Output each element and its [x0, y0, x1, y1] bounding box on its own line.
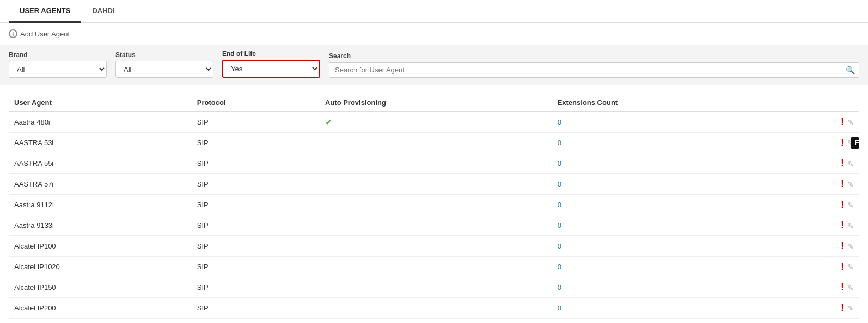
- cell-user-agent: Aastra 9133i: [9, 215, 192, 236]
- table-row: AASTRA 53iSIP0!End of life✎: [9, 133, 859, 153]
- eol-icon-wrap: !: [841, 261, 844, 272]
- plus-icon: +: [9, 29, 17, 38]
- cell-actions: !✎: [782, 153, 859, 174]
- cell-actions: !✎: [782, 195, 859, 215]
- status-filter-label: Status: [115, 51, 213, 59]
- cell-user-agent: Alcatel IP100: [9, 236, 192, 257]
- cell-auto-provisioning: ✔: [320, 111, 552, 133]
- end-of-life-icon[interactable]: !: [841, 116, 844, 127]
- actions-container: !End of life✎: [787, 137, 854, 148]
- cell-user-agent: Alcatel IP200: [9, 298, 192, 319]
- col-user-agent: User Agent: [9, 94, 192, 111]
- table-row: Aastra 9112iSIP0!✎: [9, 195, 859, 215]
- edit-icon[interactable]: ✎: [847, 201, 854, 209]
- cell-auto-provisioning: [320, 195, 552, 215]
- actions-container: !✎: [787, 302, 854, 314]
- brand-filter-group: Brand All: [9, 51, 107, 78]
- cell-extensions-count: 0: [552, 111, 782, 133]
- edit-icon[interactable]: ✎: [847, 283, 854, 292]
- edit-icon[interactable]: ✎: [847, 304, 854, 313]
- table-row: Aastra 480iSIP✔0!✎: [9, 111, 859, 133]
- add-user-agent-button[interactable]: + Add User Agent: [9, 29, 70, 38]
- user-agents-table: User Agent Protocol Auto Provisioning Ex…: [9, 94, 859, 319]
- eol-icon-wrap: !: [841, 199, 844, 210]
- eol-icon-wrap: !: [841, 116, 844, 128]
- cell-auto-provisioning: [320, 174, 552, 195]
- cell-actions: !✎: [782, 257, 859, 277]
- end-of-life-icon[interactable]: !: [841, 137, 844, 148]
- tab-user-agents[interactable]: USER AGENTS: [9, 0, 81, 23]
- search-label: Search: [329, 52, 859, 60]
- end-of-life-icon[interactable]: !: [841, 158, 844, 169]
- cell-protocol: SIP: [192, 215, 320, 236]
- end-of-life-icon[interactable]: !: [841, 302, 844, 313]
- eol-icon-wrap: !: [841, 178, 844, 190]
- col-protocol: Protocol: [192, 94, 320, 111]
- cell-user-agent: Alcatel IP1020: [9, 257, 192, 277]
- table-wrap: User Agent Protocol Auto Provisioning Ex…: [0, 85, 868, 319]
- end-of-life-icon[interactable]: !: [841, 261, 844, 272]
- search-filter-group: Search 🔍: [329, 52, 859, 78]
- search-input[interactable]: [329, 62, 859, 78]
- edit-icon[interactable]: ✎: [847, 242, 854, 251]
- actions-container: !✎: [787, 282, 854, 293]
- edit-icon[interactable]: ✎: [847, 139, 854, 147]
- table-row: Alcatel IP100SIP0!✎: [9, 236, 859, 257]
- edit-icon[interactable]: ✎: [847, 221, 854, 230]
- edit-icon[interactable]: ✎: [847, 118, 854, 127]
- table-row: Alcatel IP200SIP0!✎: [9, 298, 859, 319]
- cell-user-agent: Aastra 480i: [9, 111, 192, 133]
- end-of-life-icon[interactable]: !: [841, 220, 844, 231]
- status-filter-group: Status All: [115, 51, 213, 78]
- actions-container: !✎: [787, 261, 854, 272]
- cell-actions: !✎: [782, 236, 859, 257]
- actions-container: !✎: [787, 178, 854, 190]
- eol-icon-wrap: !: [841, 240, 844, 252]
- col-auto-provisioning: Auto Provisioning: [320, 94, 552, 111]
- edit-icon[interactable]: ✎: [847, 159, 854, 168]
- cell-actions: !✎: [782, 111, 859, 133]
- add-bar: + Add User Agent: [0, 23, 868, 45]
- search-icon-button[interactable]: 🔍: [846, 66, 855, 74]
- cell-actions: !✎: [782, 215, 859, 236]
- cell-auto-provisioning: [320, 215, 552, 236]
- cell-auto-provisioning: [320, 133, 552, 153]
- tabs-bar: USER AGENTS DAHDI: [0, 0, 868, 23]
- cell-protocol: SIP: [192, 257, 320, 277]
- status-filter-select[interactable]: All: [115, 61, 213, 78]
- tab-dahdi[interactable]: DAHDI: [81, 0, 125, 23]
- eol-filter-select[interactable]: All Yes No: [222, 60, 320, 78]
- cell-extensions-count: 0: [552, 215, 782, 236]
- end-of-life-icon[interactable]: !: [841, 240, 844, 251]
- cell-extensions-count: 0: [552, 257, 782, 277]
- col-extensions-count: Extensions Count: [552, 94, 782, 111]
- eol-icon-wrap: !: [841, 302, 844, 314]
- cell-actions: !End of life✎: [782, 133, 859, 153]
- cell-protocol: SIP: [192, 298, 320, 319]
- end-of-life-icon[interactable]: !: [841, 282, 844, 293]
- edit-icon[interactable]: ✎: [847, 263, 854, 271]
- actions-container: !✎: [787, 220, 854, 231]
- add-user-agent-label: Add User Agent: [20, 30, 70, 38]
- filter-bar: Brand All Status All End of Life All Yes…: [0, 45, 868, 85]
- cell-protocol: SIP: [192, 133, 320, 153]
- table-row: Alcatel IP1020SIP0!✎: [9, 257, 859, 277]
- edit-icon[interactable]: ✎: [847, 180, 854, 189]
- eol-filter-label: End of Life: [222, 50, 320, 58]
- cell-auto-provisioning: [320, 277, 552, 298]
- actions-container: !✎: [787, 240, 854, 252]
- cell-auto-provisioning: [320, 298, 552, 319]
- eol-icon-wrap: !End of life: [841, 137, 844, 148]
- eol-icon-wrap: !: [841, 220, 844, 231]
- eol-icon-wrap: !: [841, 158, 844, 169]
- end-of-life-icon[interactable]: !: [841, 199, 844, 210]
- table-header-row: User Agent Protocol Auto Provisioning Ex…: [9, 94, 859, 111]
- cell-auto-provisioning: [320, 257, 552, 277]
- search-icon: 🔍: [846, 66, 855, 74]
- cell-protocol: SIP: [192, 236, 320, 257]
- cell-protocol: SIP: [192, 153, 320, 174]
- cell-user-agent: Alcatel IP150: [9, 277, 192, 298]
- brand-filter-select[interactable]: All: [9, 61, 107, 78]
- cell-actions: !✎: [782, 174, 859, 195]
- end-of-life-icon[interactable]: !: [841, 178, 844, 189]
